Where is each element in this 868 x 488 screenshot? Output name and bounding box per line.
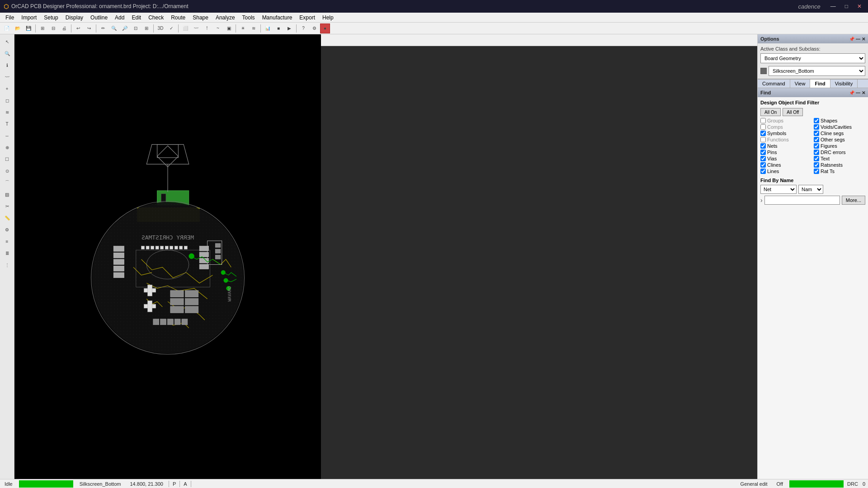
tb-route[interactable]: 〰	[191, 23, 201, 33]
ls-layers[interactable]: ≣	[2, 248, 13, 258]
tb-highlight[interactable]: ✏	[98, 23, 108, 33]
filter-shapes-cb[interactable]	[814, 118, 819, 123]
menu-display[interactable]: Display	[62, 14, 87, 22]
find-type-select[interactable]: Net Pin Via Comp	[760, 185, 797, 194]
canvas-area[interactable]: MERRY CHRISTMAS	[14, 34, 321, 479]
tab-visibility[interactable]: Visibility	[830, 80, 858, 88]
ls-info[interactable]: ℹ	[2, 60, 13, 70]
menu-outline[interactable]: Outline	[87, 14, 111, 22]
tb-3d[interactable]: 3D	[156, 23, 165, 33]
tb-stop[interactable]: ■	[274, 23, 283, 33]
close-button[interactable]: ✕	[854, 2, 864, 10]
tb-zoom-in[interactable]: 🔍	[109, 23, 119, 33]
menu-export[interactable]: Export	[296, 14, 319, 22]
filter-ratsnests-cb[interactable]	[814, 162, 819, 168]
tab-find[interactable]: Find	[810, 80, 830, 88]
all-off-btn[interactable]: All Off	[783, 108, 803, 116]
ls-prop[interactable]: ≡	[2, 236, 13, 247]
options-min-btn[interactable]: —	[856, 37, 860, 42]
tb-redo[interactable]: ↪	[84, 23, 94, 33]
ls-via[interactable]: ⊕	[2, 142, 13, 153]
tb-sun[interactable]: ☀	[238, 23, 248, 33]
tab-command[interactable]: Command	[758, 80, 790, 88]
all-on-btn[interactable]: All On	[760, 108, 781, 116]
tb-rats[interactable]: ~	[213, 23, 223, 33]
filter-drc-cb[interactable]	[814, 150, 819, 155]
filter-figures-cb[interactable]	[814, 143, 819, 149]
tb-drc[interactable]: !	[202, 23, 212, 33]
tb-snap[interactable]: ⊞	[38, 23, 47, 33]
find-pin-btn[interactable]: 📌	[849, 90, 854, 95]
ls-meas[interactable]: 📏	[2, 212, 13, 223]
filter-othersegs-cb[interactable]	[814, 137, 819, 142]
minimize-button[interactable]: —	[828, 2, 839, 10]
filter-groups-cb[interactable]	[760, 118, 766, 123]
ls-text[interactable]: T	[2, 118, 13, 129]
menu-route[interactable]: Route	[167, 14, 189, 22]
tb-undo[interactable]: ↩	[73, 23, 83, 33]
ls-more[interactable]: ⋮	[2, 259, 13, 270]
find-more-btn[interactable]: More...	[842, 196, 865, 205]
menu-add[interactable]: Add	[111, 14, 128, 22]
tb-place[interactable]: ⬜	[180, 23, 190, 33]
menu-help[interactable]: Help	[319, 14, 337, 22]
tb-zoom-sel[interactable]: ⊞	[142, 23, 151, 33]
subclass-select[interactable]: Silkscreen_Bottom	[769, 66, 865, 76]
ls-script2[interactable]: ⚙	[2, 224, 13, 235]
class-select[interactable]: Board Geometry	[760, 53, 865, 63]
find-match-select[interactable]: Nam Exact	[798, 185, 823, 194]
filter-ratts-cb[interactable]	[814, 169, 819, 174]
menu-file[interactable]: File	[2, 14, 18, 22]
filter-symbols-cb[interactable]	[760, 131, 766, 136]
tb-grid[interactable]: ⊟	[48, 23, 58, 33]
filter-lines-cb[interactable]	[760, 169, 766, 174]
tb-zoom-fit[interactable]: ⊡	[131, 23, 141, 33]
tb-zoom-out[interactable]: 🔎	[120, 23, 130, 33]
filter-text-cb[interactable]	[814, 156, 819, 161]
ls-comp[interactable]: ☐	[2, 154, 13, 164]
filter-clines-cb[interactable]	[760, 162, 766, 168]
tb-save[interactable]: 💾	[24, 23, 33, 33]
menu-manufacture[interactable]: Manufacture	[259, 14, 296, 22]
find-text-input[interactable]	[764, 196, 840, 205]
ls-wire[interactable]: 〰	[2, 71, 13, 82]
menu-setup[interactable]: Setup	[40, 14, 61, 22]
tab-view[interactable]: View	[790, 80, 811, 88]
tb-new[interactable]: 📄	[2, 23, 12, 33]
ls-dim[interactable]: ↔	[2, 130, 13, 141]
menu-analyze[interactable]: Analyze	[212, 14, 239, 22]
ls-route[interactable]: ≋	[2, 107, 13, 117]
maximize-button[interactable]: □	[842, 2, 851, 10]
tb-chart[interactable]: 📊	[263, 23, 273, 33]
menu-import[interactable]: Import	[18, 14, 40, 22]
options-close-btn[interactable]: ✕	[862, 37, 865, 42]
ls-pin[interactable]: ⊙	[2, 165, 13, 176]
tb-help[interactable]: ?	[298, 23, 308, 33]
filter-vias-cb[interactable]	[760, 156, 766, 161]
filter-voids-cb[interactable]	[814, 124, 819, 130]
tb-script[interactable]: ⚙	[309, 23, 319, 33]
menu-edit[interactable]: Edit	[128, 14, 145, 22]
filter-functions-cb[interactable]	[760, 137, 766, 142]
filter-clinesegs-cb[interactable]	[814, 131, 819, 136]
filter-pins-cb[interactable]	[760, 150, 766, 155]
ls-shape[interactable]: ◻	[2, 95, 13, 106]
ls-zoom[interactable]: 🔍	[2, 48, 13, 59]
ls-fill[interactable]: ▨	[2, 189, 13, 200]
filter-nets-cb[interactable]	[760, 143, 766, 149]
tb-copper[interactable]: ▣	[224, 23, 234, 33]
ls-arc[interactable]: ⌒	[2, 177, 13, 188]
tb-check[interactable]: ✓	[166, 23, 176, 33]
menu-tools[interactable]: Tools	[239, 14, 259, 22]
menu-check[interactable]: Check	[145, 14, 167, 22]
ls-select[interactable]: ↖	[2, 36, 13, 47]
tb-open[interactable]: 📂	[13, 23, 23, 33]
options-pin-btn[interactable]: 📌	[849, 37, 854, 42]
tb-wave[interactable]: ≋	[249, 23, 259, 33]
ls-cut[interactable]: ✂	[2, 201, 13, 211]
ls-add[interactable]: +	[2, 83, 13, 94]
tb-run[interactable]: ▶	[284, 23, 294, 33]
tb-active[interactable]: ●	[320, 23, 330, 33]
menu-shape[interactable]: Shape	[189, 14, 212, 22]
filter-comps-cb[interactable]	[760, 124, 766, 130]
